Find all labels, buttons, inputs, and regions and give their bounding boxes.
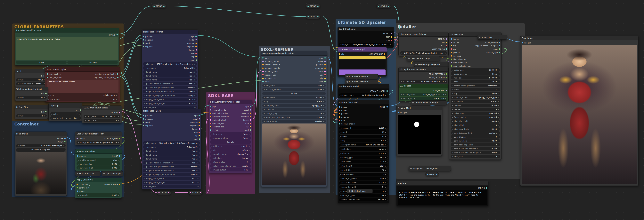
- widget-positive-weight-interpretation[interactable]: ◀positive_weight_interpretationcomfy▶: [143, 86, 197, 89]
- combo-right-arrow-icon[interactable]: ▶: [498, 105, 499, 106]
- output-port-conditioning[interactable]: CONDITIONING: [368, 52, 387, 56]
- combo-left-arrow-icon[interactable]: ◀: [18, 115, 18, 117]
- output-port-pipe[interactable]: pipe: [188, 114, 201, 117]
- output-port-dot[interactable]: [324, 71, 326, 72]
- node-impact-wildcard-processor[interactable]: ImpactWildcardProcessorSTRINGa beautiful…: [15, 28, 119, 66]
- combo-right-arrow-icon[interactable]: ▶: [198, 182, 199, 183]
- node-sdxl-image-ratio[interactable]: SDXL Image Ratio selectLATENT◀ratio_sele…: [82, 105, 122, 123]
- output-port-dot[interactable]: [250, 123, 251, 124]
- widget-return-with-leftover-noise[interactable]: ◀return_with_leftover_noisedisable▶: [262, 116, 326, 119]
- output-port-clip[interactable]: clip: [188, 134, 201, 137]
- combo-left-arrow-icon[interactable]: ◀: [340, 127, 342, 129]
- output-port-dot[interactable]: [324, 64, 326, 65]
- combo-left-arrow-icon[interactable]: ◀: [264, 89, 265, 90]
- output-port-dot[interactable]: [324, 61, 326, 62]
- input-port-optional-clip[interactable]: optional_clip: [261, 77, 282, 80]
- widget-style[interactable]: ◀stylesai-cinematic▶: [46, 93, 118, 97]
- combo-left-arrow-icon[interactable]: ◀: [144, 63, 145, 65]
- widget-sam-threshold[interactable]: ◀sam_threshold0.930▶: [451, 139, 500, 143]
- output-port-dot[interactable]: [446, 73, 447, 75]
- node-ksampler-base[interactable]: pipeKSamplerAdvanced - Basepipeoptional_…: [209, 99, 252, 173]
- combo-right-arrow-icon[interactable]: ▶: [194, 91, 196, 92]
- combo-right-arrow-icon[interactable]: ▶: [498, 101, 499, 102]
- combo-right-arrow-icon[interactable]: ▶: [198, 174, 199, 175]
- combo-left-arrow-icon[interactable]: ◀: [144, 146, 145, 148]
- output-port-int[interactable]: INT: [40, 92, 48, 95]
- output-port-clip[interactable]: clip: [185, 55, 198, 58]
- collapse-dot-icon[interactable]: [77, 173, 78, 174]
- combo-right-arrow-icon[interactable]: ▶: [385, 153, 386, 154]
- widget-lora2-name[interactable]: ◀lora2_nameNone▶: [143, 74, 197, 77]
- combo-left-arrow-icon[interactable]: ◀: [211, 161, 212, 163]
- output-port-dot[interactable]: [250, 113, 251, 114]
- output-port-dot[interactable]: [119, 155, 120, 157]
- output-port-dot[interactable]: [384, 53, 386, 55]
- node-facedetailer[interactable]: FaceDetailerimagemodelclipvaepositiveneg…: [449, 32, 502, 160]
- reroute-out-dot[interactable]: [388, 6, 389, 7]
- combo-right-arrow-icon[interactable]: ▶: [198, 146, 199, 148]
- combo-left-arrow-icon[interactable]: ◀: [211, 157, 212, 159]
- widget-empty-latent-width[interactable]: ◀empty_latent_width1024▶: [143, 98, 197, 101]
- node-get-latent-size-1[interactable]: Get latent size: [75, 171, 101, 176]
- combo-left-arrow-icon[interactable]: ◀: [452, 101, 453, 102]
- widget-batch-size[interactable]: ◀batch_size1▶: [143, 185, 200, 188]
- widget-value[interactable]: ◀value34755▶: [16, 78, 46, 81]
- combo-left-arrow-icon[interactable]: ◀: [340, 144, 342, 146]
- output-port-int[interactable]: INT: [40, 110, 48, 113]
- node-header[interactable]: Clip Skip: [48, 103, 82, 108]
- input-port-dot[interactable]: [143, 39, 144, 41]
- collapse-dot-icon[interactable]: [103, 173, 105, 174]
- widget-tile-width[interactable]: ◀tile_width1024▶: [339, 160, 388, 163]
- widget-ckpt-name[interactable]: ◀ckpt_nameSDXL\sd_xl_base_1.0_0.9vae.saf…: [143, 141, 200, 145]
- input-port-dot[interactable]: [262, 74, 264, 75]
- input-port-optional-clip[interactable]: optional_clip: [209, 125, 230, 128]
- input-port-images[interactable]: images: [520, 41, 532, 44]
- combo-left-arrow-icon[interactable]: ◀: [340, 195, 342, 196]
- widget-upscale-method[interactable]: ◀upscale_methodNone▶: [210, 136, 251, 140]
- combo-left-arrow-icon[interactable]: ◀: [452, 108, 453, 110]
- output-port-dot[interactable]: [446, 42, 447, 43]
- input-port-negative[interactable]: negative: [142, 117, 154, 121]
- node-refiner-steps[interactable]: Refiner StepsINT◀value8▶: [15, 105, 48, 119]
- widget-cfg[interactable]: ◀cfg7.500▶: [339, 139, 388, 142]
- combo-right-arrow-icon[interactable]: ▶: [249, 153, 250, 155]
- output-port-dot[interactable]: [198, 122, 200, 123]
- widget-control-after-generate[interactable]: ◀control_after_generaterandomize▶: [16, 82, 46, 85]
- combo-right-arrow-icon[interactable]: ▶: [385, 174, 386, 175]
- input-port-dot[interactable]: [76, 184, 78, 185]
- input-port-clip[interactable]: clip: [338, 52, 346, 56]
- combo-left-arrow-icon[interactable]: ◀: [211, 137, 212, 139]
- node-header[interactable]: CLIP Text Encode (Prompt): [338, 47, 387, 52]
- input-port-dot[interactable]: [262, 61, 264, 62]
- combo-left-arrow-icon[interactable]: ◀: [401, 52, 402, 54]
- combo-left-arrow-icon[interactable]: ◀: [18, 97, 18, 98]
- combo-right-arrow-icon[interactable]: ▶: [198, 166, 199, 168]
- node-header[interactable]: Checkpoint Loader (Simple): [398, 32, 448, 37]
- node-header[interactable]: SDXL Prompt Styler: [45, 67, 120, 72]
- combo-right-arrow-icon[interactable]: ▶: [116, 98, 117, 100]
- combo-right-arrow-icon[interactable]: ▶: [194, 87, 196, 88]
- combo-left-arrow-icon[interactable]: ◀: [452, 69, 453, 71]
- widget-gdm-relyas-photo-v2-pruned-safetensors[interactable]: ◀GDM_RelYas-Photo_v2_pruned.safetensors▶: [400, 51, 447, 55]
- widget-lora-name[interactable]: ◀lora_nameNone▶: [262, 84, 326, 87]
- node-header[interactable]: CLIP Text Encode (P: [407, 56, 440, 61]
- widget-empty-latent-height[interactable]: ◀empty_latent_height1024▶: [143, 181, 200, 184]
- text-widget[interactable]: [339, 60, 386, 69]
- collapse-dot-icon[interactable]: [479, 37, 480, 38]
- combo-right-arrow-icon[interactable]: ▶: [118, 163, 119, 165]
- output-port-seed[interactable]: seed: [240, 129, 252, 132]
- input-port-dot[interactable]: [451, 52, 452, 53]
- combo-left-arrow-icon[interactable]: ◀: [85, 120, 86, 121]
- input-port-dot[interactable]: [46, 73, 48, 75]
- combo-left-arrow-icon[interactable]: ◀: [144, 174, 145, 175]
- output-port-model[interactable]: model: [185, 38, 198, 41]
- combo-right-arrow-icon[interactable]: ▶: [249, 157, 250, 159]
- input-port-segm-detector-opt[interactable]: segm_detector_opt: [450, 64, 472, 67]
- output-port-dot[interactable]: [196, 39, 197, 41]
- combo-left-arrow-icon[interactable]: ◀: [264, 105, 265, 106]
- widget-noise-mask[interactable]: ◀noise_maskenabled▶: [451, 112, 500, 115]
- input-port-dot[interactable]: [210, 119, 212, 121]
- widget-seed[interactable]: ◀seed15▶: [339, 130, 388, 134]
- input-port-model[interactable]: model: [338, 109, 356, 112]
- output-port-latent[interactable]: LATENT: [110, 111, 122, 114]
